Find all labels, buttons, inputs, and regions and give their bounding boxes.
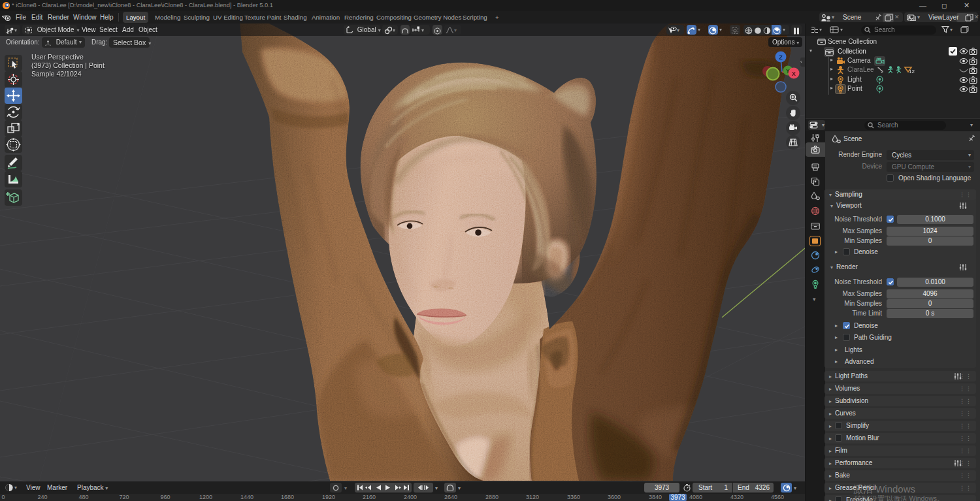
svg-text:Z: Z — [779, 54, 783, 61]
svg-text:X: X — [792, 71, 796, 77]
